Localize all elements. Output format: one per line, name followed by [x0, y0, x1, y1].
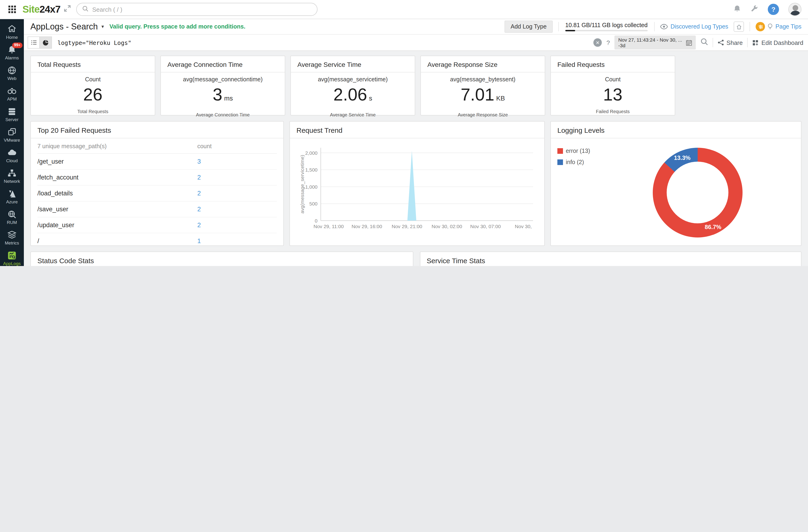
legend-item[interactable]: error (13)	[557, 148, 590, 154]
run-search-icon[interactable]	[700, 38, 708, 47]
alarm-count-badge: 99+	[12, 42, 22, 48]
wrench-icon[interactable]	[751, 4, 758, 14]
failed-request-row: /1	[37, 233, 277, 249]
svg-text:0: 0	[315, 218, 317, 223]
svg-text:2,000: 2,000	[305, 150, 317, 156]
date-range-picker[interactable]: Nov 27, 11:43:24 - Nov 30, ... -3d	[614, 36, 696, 50]
panel-title: Logging Levels	[557, 126, 794, 134]
search-icon	[82, 5, 88, 14]
svg-text:500: 500	[309, 201, 317, 206]
stat-cards-row: Total RequestsCount26Total RequestsAvera…	[31, 56, 802, 115]
stat-card-unit: s	[367, 94, 372, 102]
query-help-icon[interactable]: ?	[606, 39, 610, 46]
failed-requests-header: 7 unique message_path(s) count	[37, 142, 277, 154]
sidebar-item-apm[interactable]: APM	[0, 84, 24, 104]
legend-swatch	[557, 160, 563, 165]
title-caret-icon[interactable]: ▼	[100, 24, 105, 29]
request-path: /get_user	[37, 158, 64, 165]
globe-icon	[7, 66, 17, 75]
logging-levels[interactable]: 86.7%13.3%	[653, 148, 742, 238]
help-icon[interactable]: ?	[768, 4, 779, 15]
sidebar-item-alarms[interactable]: Alarms99+	[0, 42, 24, 63]
request-trend-chart: 05001,0001,5002,000Nov 29, 11:00Nov 29, …	[296, 142, 538, 240]
dashboard-icon	[753, 39, 759, 45]
legend-swatch	[557, 148, 563, 154]
failed-request-row: /save_user2	[37, 201, 277, 217]
stat-card-title: Total Requests	[37, 61, 148, 68]
stat-card[interactable]: Average Response Sizeavg(message_bytesse…	[420, 56, 545, 115]
home-view-button[interactable]	[734, 21, 744, 32]
vmware-icon	[7, 127, 17, 137]
request-trend-panel: Request Trend 05001,0001,5002,000Nov 29,…	[290, 121, 545, 246]
azure-icon	[7, 189, 17, 199]
stat-card[interactable]: Average Service Timeavg(message_servicet…	[290, 56, 415, 115]
top-failed-requests-panel: Top 20 Failed Requests 7 unique message_…	[31, 121, 284, 246]
clear-query-icon[interactable]: ✕	[593, 38, 602, 47]
stat-card-metric: avg(message_bytessent)	[427, 76, 538, 83]
user-avatar[interactable]	[788, 3, 802, 16]
svg-text:Nov 30, 02:00: Nov 30, 02:00	[431, 224, 462, 229]
expand-icon[interactable]	[64, 5, 71, 14]
sidebar-item-metrics[interactable]: Metrics	[0, 228, 24, 248]
sidebar-item-label: Azure	[0, 200, 24, 204]
sidebar-item-home[interactable]: Home	[0, 22, 24, 42]
saved-views-button[interactable]	[27, 36, 40, 49]
sidebar-item-applogs[interactable]: AppLogs	[0, 248, 24, 266]
layers-icon	[7, 230, 17, 240]
page-tips-link[interactable]: Page Tips	[756, 22, 802, 31]
failed-request-row: /load_details2	[37, 186, 277, 201]
sidebar-item-label: RUM	[0, 220, 24, 225]
edit-dashboard-button[interactable]: Edit Dashboard	[753, 39, 803, 46]
stat-card[interactable]: Average Connection Timeavg(message_conne…	[160, 56, 285, 115]
panel-title: Service Time Stats	[427, 257, 794, 264]
panel-title: Request Trend	[296, 126, 538, 134]
sidebar-item-label: Metrics	[0, 241, 24, 245]
stat-card[interactable]: Failed RequestsCount13Failed Requests	[550, 56, 675, 115]
stat-card-value: 26	[37, 86, 148, 104]
request-count-link[interactable]: 2	[197, 174, 201, 181]
query-input[interactable]: logtype="Heroku Logs"	[57, 39, 593, 46]
sidebar-item-network[interactable]: Network	[0, 166, 24, 186]
request-count-link[interactable]: 3	[197, 158, 201, 165]
request-count-link[interactable]: 2	[197, 190, 201, 197]
sidebar-item-vmware[interactable]: VMware	[0, 125, 24, 145]
sidebar-item-label: Alarms	[0, 56, 24, 60]
request-count-link[interactable]: 1	[197, 238, 201, 244]
sidebar-item-label: Server	[0, 117, 24, 122]
query-valid-hint: Valid query. Press space to add more con…	[109, 23, 245, 30]
stat-card[interactable]: Total RequestsCount26Total Requests	[31, 56, 155, 115]
rum-icon	[7, 209, 17, 219]
log-usage-progress	[565, 30, 648, 31]
global-search[interactable]	[76, 3, 317, 16]
sidebar-item-rum[interactable]: RUM	[0, 207, 24, 228]
chart-view-button[interactable]	[40, 36, 52, 49]
svg-text:1,000: 1,000	[305, 184, 317, 189]
request-count-link[interactable]: 2	[197, 206, 201, 213]
apps-grid-icon[interactable]	[8, 6, 16, 13]
sidebar-item-cloud[interactable]: Cloud	[0, 145, 24, 166]
stat-card-footer: Total Requests	[37, 109, 148, 114]
global-search-input[interactable]	[92, 6, 311, 13]
trend-area-series[interactable]	[321, 151, 533, 221]
notification-bell-icon[interactable]	[733, 4, 741, 14]
svg-text:Nov 29, 21:00: Nov 29, 21:00	[392, 224, 422, 229]
request-count-link[interactable]: 2	[197, 222, 201, 228]
discovered-log-types-link[interactable]: Discovered Log Types	[660, 23, 728, 30]
home-icon	[7, 24, 17, 34]
sidebar-item-azure[interactable]: Azure	[0, 186, 24, 207]
legend-item[interactable]: info (2)	[557, 159, 590, 165]
svg-text:Nov 30,: Nov 30,	[515, 224, 532, 229]
sidebar-item-server[interactable]: Server	[0, 104, 24, 125]
sidebar-item-label: Cloud	[0, 159, 24, 163]
sidebar-item-label: Network	[0, 179, 24, 184]
stat-card-unit: ms	[222, 94, 233, 102]
add-log-type-button[interactable]: Add Log Type	[504, 21, 553, 33]
cloud-icon	[7, 148, 17, 158]
service-time-stats-panel: Service Time Stats Response TimeTotal29 …	[420, 252, 802, 266]
site24x7-logo[interactable]: Site24x7	[22, 4, 60, 15]
stat-card-footer: Failed Requests	[557, 109, 668, 114]
date-range-shortcut: -3d	[618, 42, 682, 48]
share-button[interactable]: Share	[717, 39, 742, 46]
request-path: /load_details	[37, 190, 73, 197]
sidebar-item-web[interactable]: Web	[0, 63, 24, 84]
